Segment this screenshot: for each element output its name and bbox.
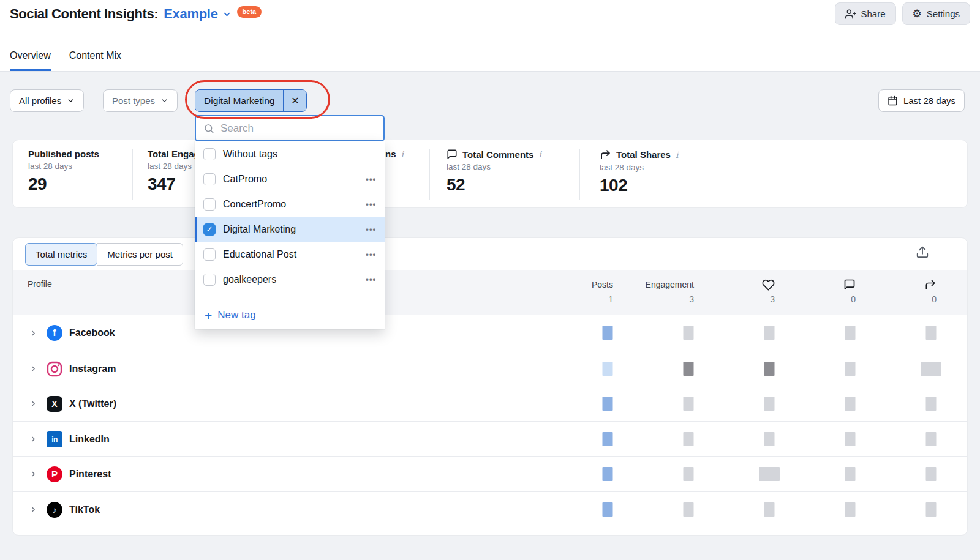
pinterest-icon: P [47,466,62,482]
data-cell [926,502,937,517]
checkbox-checked[interactable]: ✓ [203,223,216,236]
facebook-icon: f [47,325,62,341]
data-cell [764,362,775,376]
settings-button-label: Settings [927,9,960,19]
share-button[interactable]: Share [835,2,896,25]
data-cell [926,467,937,481]
table-row-pinterest[interactable]: P Pinterest [13,456,967,491]
tag-search-box[interactable] [195,115,385,141]
post-types-filter-dropdown[interactable]: Post types [103,89,178,112]
toggle-total-metrics[interactable]: Total metrics [25,243,97,266]
data-cell [603,362,613,376]
data-cell [845,502,856,517]
table-row-x-twitter[interactable]: X X (Twitter) [13,386,967,421]
tag-option-without-tags[interactable]: ✓ Without tags ••• [195,141,385,166]
checkbox[interactable]: ✓ [203,198,216,211]
more-options-icon[interactable]: ••• [366,225,376,234]
profiles-filter-dropdown[interactable]: All profiles [10,89,84,112]
user-plus-icon [845,9,856,20]
data-cell [759,467,780,481]
metric-sublabel: last 28 days [28,162,99,171]
date-range-button[interactable]: Last 28 days [878,89,965,112]
tab-overview[interactable]: Overview [10,50,51,71]
tag-option-catpromo[interactable]: ✓ CatPromo ••• [195,166,385,192]
close-icon: ✕ [291,95,299,106]
chevron-right-icon[interactable] [29,435,37,443]
data-cell [764,502,775,517]
tag-search-input[interactable] [221,122,376,135]
metric-value: 29 [28,174,99,194]
profiles-table-card: Total metrics Metrics per post Profile P… [12,237,968,536]
metric-label: Published posts [28,149,99,159]
checkbox[interactable]: ✓ [203,274,216,286]
card-divider [132,149,133,200]
data-cell [764,432,775,446]
column-comments: 0 [770,278,856,304]
column-total: 3 [608,294,694,304]
tag-option-goalkeepers[interactable]: ✓ goalkeepers ••• [195,267,385,292]
more-options-icon[interactable]: ••• [366,275,376,284]
new-tag-button[interactable]: + New tag [195,301,385,329]
data-cell [764,397,775,411]
info-icon[interactable]: i [401,149,404,159]
tag-option-concertpromo[interactable]: ✓ ConcertPromo ••• [195,192,385,217]
project-name[interactable]: Example [164,6,217,22]
checkbox[interactable]: ✓ [203,148,216,160]
table-row-linkedin[interactable]: in LinkedIn [13,421,967,457]
chevron-down-icon [160,97,168,105]
chevron-right-icon[interactable] [29,506,37,513]
card-divider [429,149,430,200]
tag-option-digital-marketing[interactable]: ✓ Digital Marketing ••• [195,217,385,242]
data-cell [845,326,856,340]
data-cell [684,467,694,481]
profile-name: Facebook [69,327,115,338]
data-cell [845,397,856,411]
data-cell [926,326,937,340]
chevron-down-icon [67,97,75,105]
table-row-facebook[interactable]: f Facebook [13,315,967,351]
top-header: Social Content Insights: Example beta Sh… [0,0,980,72]
selected-tag-chip[interactable]: Digital Marketing ✕ [195,89,307,112]
page-title: Social Content Insights: [10,6,158,22]
checkmark-icon: ✓ [206,225,213,234]
chevron-right-icon[interactable] [29,365,37,373]
more-options-icon[interactable]: ••• [366,250,376,259]
column-reactions: 3 [689,278,775,304]
column-posts: Posts 1 [527,278,613,304]
tab-content-mix[interactable]: Content Mix [69,50,121,71]
tag-list: ✓ Without tags ••• ✓ CatPromo ••• ✓ Conc… [195,141,385,329]
column-profile-label: Profile [28,279,52,289]
metric-total-comments: Total Comments i last 28 days 52 [447,149,541,195]
data-cell [684,432,694,446]
chevron-right-icon[interactable] [29,400,37,408]
tag-option-educational-post[interactable]: ✓ Educational Post ••• [195,242,385,267]
export-button[interactable] [916,245,929,259]
checkbox[interactable]: ✓ [203,248,216,261]
more-options-icon[interactable]: ••• [366,200,376,209]
tag-option-label: ConcertPromo [223,199,286,210]
data-cell [603,432,613,446]
table-row-tiktok[interactable]: ♪ TikTok [13,491,967,527]
summary-metrics-card: Published posts last 28 days 29 Total En… [12,140,968,208]
toggle-metrics-per-post[interactable]: Metrics per post [97,243,183,266]
chevron-right-icon[interactable] [29,329,37,337]
tag-option-label: CatPromo [223,174,267,185]
tag-option-label: Educational Post [223,249,296,260]
chevron-right-icon[interactable] [29,470,37,478]
info-icon[interactable]: i [538,149,541,159]
tag-option-label: goalkeepers [223,274,276,285]
more-options-icon[interactable]: ••• [366,174,376,184]
project-selector[interactable]: Example [164,6,231,22]
info-icon[interactable]: i [676,150,678,160]
linkedin-icon: in [47,431,62,447]
remove-tag-button[interactable]: ✕ [283,90,306,111]
metric-value: 102 [600,176,678,195]
settings-button[interactable]: ⚙ Settings [902,2,970,25]
checkbox[interactable]: ✓ [203,173,216,185]
data-cell [603,326,613,340]
data-cell [684,397,694,411]
table-row-instagram[interactable]: Instagram [13,351,967,386]
metric-value: 52 [447,175,541,195]
data-cell [684,326,694,340]
tag-option-label: Without tags [223,149,277,160]
